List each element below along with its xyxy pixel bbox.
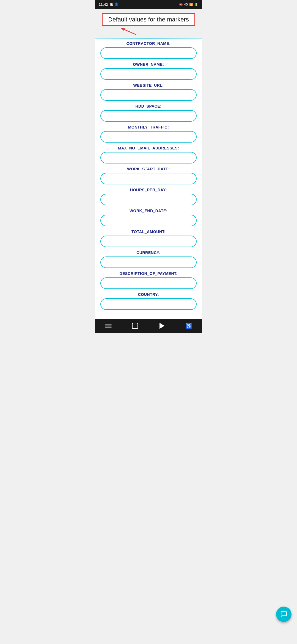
field-label-contractor-name-: CONTRACTOR_NAME: (100, 41, 197, 46)
red-arrow-icon (117, 27, 139, 35)
field-input-monthly-traffic-[interactable] (100, 131, 197, 143)
battery-icon: 🔋 (194, 3, 198, 6)
title-box: Default values for the markers (102, 13, 195, 26)
nav-accessibility-button[interactable]: ♿ (180, 320, 197, 331)
field-label-hours-per-day-: HOURS_PER_DAY: (100, 188, 197, 192)
title-area: Default values for the markers (95, 9, 202, 38)
field-input-hours-per-day-[interactable] (100, 194, 197, 205)
field-group: WORK_END_DATE: (100, 209, 197, 226)
field-label-monthly-traffic-: MONTHLY_TRAFFIC: (100, 125, 197, 129)
field-group: WORK_START_DATE: (100, 167, 197, 184)
field-group: CURRENCY: (100, 250, 197, 268)
field-input-hdd-space-[interactable] (100, 110, 197, 122)
field-group: WEBSITE_URL: (100, 83, 197, 101)
nav-back-button[interactable] (154, 320, 170, 331)
field-label-owner-name-: OWNER_NAME: (100, 62, 197, 67)
field-input-owner-name-[interactable] (100, 68, 197, 80)
field-input-currency-[interactable] (100, 256, 197, 268)
status-icons: 🔇 4G 📶 🔋 (179, 3, 198, 6)
field-label-work-start-date-: WORK_START_DATE: (100, 167, 197, 171)
menu-lines-icon (105, 324, 112, 328)
nav-menu-button[interactable] (100, 320, 117, 331)
field-group: MONTHLY_TRAFFIC: (100, 125, 197, 143)
status-bar: 11:42 🖼 👤 🔇 4G 📶 🔋 (95, 0, 202, 9)
form-area: CONTRACTOR_NAME:OWNER_NAME:WEBSITE_URL:H… (95, 39, 202, 319)
person-icon: 👤 (114, 2, 119, 6)
field-group: MAX_NO_EMAIL_ADDRESSES: (100, 146, 197, 163)
status-time: 11:42 🖼 👤 (99, 2, 119, 7)
page-title: Default values for the markers (108, 16, 189, 23)
arrow-container (100, 27, 197, 35)
field-label-max-no-email-addresses-: MAX_NO_EMAIL_ADDRESSES: (100, 146, 197, 150)
network-label: 4G (184, 3, 188, 6)
nav-home-button[interactable] (127, 320, 143, 331)
field-group: DESCRIPTION_OF_PAYMENT: (100, 271, 197, 289)
mute-icon: 🔇 (179, 3, 183, 6)
field-group: CONTRACTOR_NAME: (100, 41, 197, 59)
field-input-max-no-email-addresses-[interactable] (100, 152, 197, 163)
field-input-total-amount-[interactable] (100, 236, 197, 247)
field-label-currency-: CURRENCY: (100, 250, 197, 255)
field-group: HOURS_PER_DAY: (100, 188, 197, 205)
field-label-total-amount-: TOTAL_AMOUNT: (100, 230, 197, 234)
field-input-website-url-[interactable] (100, 89, 197, 101)
field-input-description-of-payment-[interactable] (100, 277, 197, 289)
field-label-hdd-space-: HDD_SPACE: (100, 104, 197, 108)
time-display: 11:42 (99, 2, 108, 7)
field-label-work-end-date-: WORK_END_DATE: (100, 209, 197, 213)
field-input-work-start-date-[interactable] (100, 173, 197, 184)
field-group: TOTAL_AMOUNT: (100, 230, 197, 247)
field-label-website-url-: WEBSITE_URL: (100, 83, 197, 88)
home-square-icon (132, 323, 138, 329)
photo-icon: 🖼 (109, 2, 113, 6)
field-group: OWNER_NAME: (100, 62, 197, 80)
field-label-country-: COUNTRY: (100, 292, 197, 297)
field-group: COUNTRY: (100, 292, 197, 310)
svg-line-1 (122, 29, 136, 35)
accessibility-icon: ♿ (185, 323, 192, 329)
signal-icon: 📶 (189, 3, 193, 6)
field-group: HDD_SPACE: (100, 104, 197, 122)
back-triangle-icon (160, 323, 164, 329)
field-input-country-[interactable] (100, 298, 197, 310)
nav-bar: ♿ (95, 319, 202, 333)
field-input-work-end-date-[interactable] (100, 215, 197, 226)
field-input-contractor-name-[interactable] (100, 47, 197, 59)
field-label-description-of-payment-: DESCRIPTION_OF_PAYMENT: (100, 271, 197, 276)
